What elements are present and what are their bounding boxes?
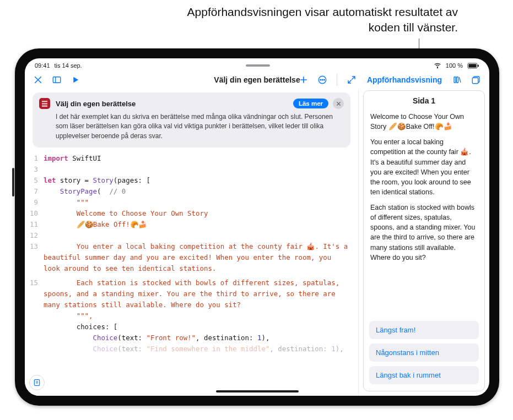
preview-pane: Sida 1 Welcome to Choose Your Own Story … <box>358 89 489 396</box>
code-editor[interactable]: 1import SwiftUI 3 5let story = Story(pag… <box>25 151 358 396</box>
svg-rect-4 <box>53 77 61 83</box>
line-number: 5 <box>25 175 44 186</box>
svg-rect-10 <box>457 77 458 83</box>
app-preview: Sida 1 Welcome to Choose Your Own Story … <box>363 90 485 391</box>
preview-paragraph: You enter a local baking competition at … <box>370 137 478 197</box>
line-number: 7 <box>25 186 44 197</box>
line-number: 10 <box>25 208 44 219</box>
battery-percent: 100 % <box>446 62 463 69</box>
library-button[interactable] <box>452 74 463 85</box>
info-banner-title: Välj din egen berättelse <box>56 100 136 108</box>
navbar: Välj din egen berättelse Appförhandsvisn… <box>25 70 489 89</box>
ipad-screen: 09:41 tis 14 sep. 100 % <box>25 58 489 396</box>
close-button[interactable] <box>33 74 44 85</box>
home-indicator[interactable] <box>216 390 299 392</box>
code-pane: Välj din egen berättelse Läs mer I det h… <box>25 89 358 396</box>
line-number: 12 <box>25 230 44 241</box>
line-number: 11 <box>25 219 44 230</box>
svg-rect-9 <box>454 77 456 83</box>
preview-body: Welcome to Choose Your Own Story 🥖🍪Bake … <box>364 108 484 272</box>
annotation-caption: Appförhandsvisningen visar automatiskt r… <box>171 4 458 36</box>
preview-paragraph: Each station is stocked with bowls of di… <box>370 203 478 263</box>
wifi-icon <box>434 62 441 69</box>
svg-point-7 <box>322 79 323 80</box>
info-banner-body: I det här exemplet kan du skriva en berä… <box>39 112 344 141</box>
documentation-button[interactable] <box>29 375 45 390</box>
choice-button[interactable]: Längst fram! <box>369 321 479 339</box>
ipad-frame: 09:41 tis 14 sep. 100 % <box>15 48 499 406</box>
run-button[interactable] <box>70 74 81 85</box>
more-button[interactable] <box>317 74 328 85</box>
dismiss-banner-button[interactable] <box>333 98 344 109</box>
choice-button[interactable]: Någonstans i mitten <box>369 343 479 362</box>
add-button[interactable] <box>298 74 309 85</box>
svg-point-6 <box>320 79 321 80</box>
preview-page-title: Sida 1 <box>364 91 484 108</box>
line-number: 13 <box>25 241 44 274</box>
navbar-separator <box>337 74 337 86</box>
multitask-handle[interactable] <box>246 64 270 67</box>
files-button[interactable] <box>471 74 482 85</box>
svg-rect-3 <box>478 64 479 67</box>
svg-rect-13 <box>34 380 39 386</box>
status-date: tis 14 sep. <box>55 62 82 69</box>
ipad-side-button <box>12 168 14 197</box>
line-number: 1 <box>25 153 44 164</box>
learn-more-button[interactable]: Läs mer <box>293 99 328 108</box>
status-time: 09:41 <box>35 62 50 69</box>
expand-preview-button[interactable] <box>346 74 357 85</box>
svg-rect-12 <box>472 78 478 84</box>
battery-icon <box>467 63 479 69</box>
preview-choices: Längst fram! Någonstans i mitten Längst … <box>364 317 484 391</box>
status-bar: 09:41 tis 14 sep. 100 % <box>25 58 489 70</box>
project-icon <box>39 98 50 109</box>
preview-paragraph: Welcome to Choose Your Own Story 🥖🍪Bake … <box>370 112 478 132</box>
svg-point-0 <box>437 68 438 68</box>
line-number: 3 <box>25 164 44 175</box>
info-banner: Välj din egen berättelse Läs mer I det h… <box>33 92 350 148</box>
preview-label[interactable]: Appförhandsvisning <box>367 75 442 84</box>
line-number: 15 <box>25 277 44 310</box>
svg-rect-2 <box>468 64 476 67</box>
svg-point-8 <box>323 79 325 80</box>
line-number: 9 <box>25 197 44 208</box>
choice-button[interactable]: Längst bak i rummet <box>369 366 479 384</box>
fade-gradient <box>25 375 358 396</box>
sidebar-toggle-button[interactable] <box>51 74 62 85</box>
workspace: Välj din egen berättelse Läs mer I det h… <box>25 89 489 396</box>
